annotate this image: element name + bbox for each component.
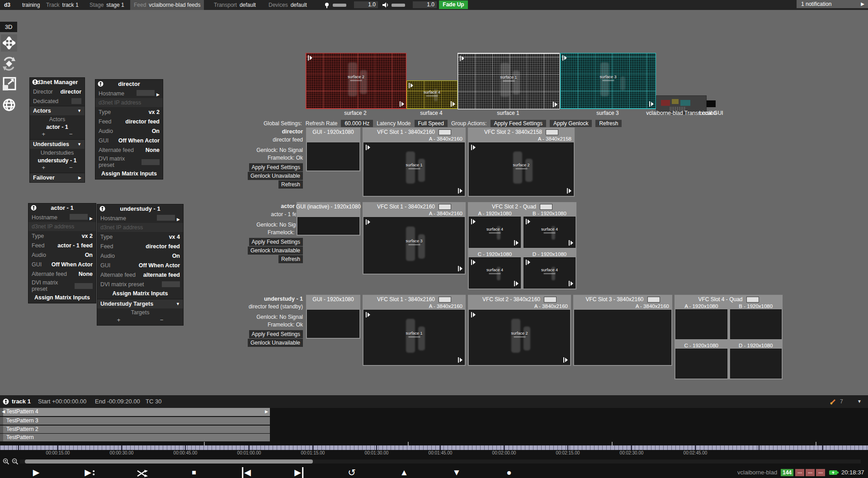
record-button[interactable]: ●: [506, 467, 511, 478]
output-vfc-slot-4-quad[interactable]: VFC Slot 4 - Quad A - 1920x1080 B - 1920…: [675, 295, 783, 379]
type-row[interactable]: Type vx 2: [95, 107, 163, 117]
machine-feed[interactable]: director feed (standby): [249, 303, 303, 310]
chevron-right-icon[interactable]: ▶: [78, 175, 81, 180]
chevron-right-icon[interactable]: ▶: [156, 92, 160, 97]
volume-slider[interactable]: [392, 4, 405, 7]
section-marker[interactable]: [204, 442, 205, 445]
dvi-matrix-row[interactable]: DVI matrix preset: [95, 155, 163, 169]
chevron-right-icon[interactable]: ▶: [177, 217, 180, 222]
audio-value[interactable]: On: [85, 252, 93, 258]
quad-output-c[interactable]: C - 1920x1080 surface 4: [469, 251, 521, 289]
feed-rect-surface-1[interactable]: surface 1: [458, 53, 560, 109]
devices-value[interactable]: default: [291, 2, 307, 8]
timeline-ruler[interactable]: [0, 445, 868, 450]
alternate-feed-row[interactable]: Alternate feed None: [28, 269, 96, 279]
output-vfc-slot-2-quad[interactable]: VFC Slot 2 - Quad A - 1920x1080 surface …: [468, 202, 576, 289]
rotate-tool-button[interactable]: [1, 55, 17, 72]
transport-menu[interactable]: Transportdefault: [214, 0, 256, 10]
understudy-panel-title[interactable]: understudy - 1: [97, 204, 183, 213]
output-header[interactable]: GUI - 1920x1080: [307, 296, 359, 303]
dvi-matrix-row[interactable]: DVI matrix preset: [28, 279, 96, 293]
output-vfc-slot-1[interactable]: VFC Slot 1 - 3840x2160 A - 3840x2160 sur…: [363, 295, 466, 366]
pin-icon[interactable]: [31, 205, 37, 211]
gui-value[interactable]: Off When Actor: [52, 261, 93, 268]
track-value[interactable]: track 1: [62, 2, 79, 8]
color-tool-icon[interactable]: [830, 399, 836, 405]
notification-button[interactable]: 1 notification ▶: [797, 0, 868, 8]
output-vfc-slot-3[interactable]: VFC Slot 3 - 3840x2160 A - 3840x2160: [573, 295, 672, 366]
chevron-right-icon[interactable]: ▶: [90, 216, 93, 221]
feed-rect-surface-4[interactable]: surface 4: [406, 80, 458, 109]
assign-matrix-inputs-button[interactable]: Assign Matrix Inputs: [95, 169, 163, 179]
apply-genlock-button[interactable]: Apply Genlock: [550, 120, 592, 127]
dvi-matrix-input[interactable]: [75, 283, 93, 289]
output-header[interactable]: GUI - 1920x1080: [307, 128, 359, 136]
type-row[interactable]: Type vx 2: [28, 231, 96, 241]
audio-value[interactable]: On: [152, 128, 160, 134]
hostname-input[interactable]: [157, 215, 175, 221]
output-vfc-slot-1[interactable]: VFC Slot 1 - 3840x2160 A - 3840x2160 sur…: [363, 202, 466, 274]
refresh-button[interactable]: Refresh: [278, 255, 303, 263]
output-vfc-slot-2[interactable]: VFC Slot 2 - 3840x2160 A - 3840x2160 sur…: [468, 295, 571, 366]
return-to-start-button[interactable]: ↺: [348, 467, 356, 478]
feed-rect-surface-2[interactable]: surface 2: [306, 53, 406, 109]
local-gui-rect[interactable]: [707, 100, 716, 107]
play-button[interactable]: ▶: [33, 467, 40, 478]
pin-icon[interactable]: [32, 79, 38, 85]
chevron-down-icon[interactable]: ▼: [176, 302, 180, 306]
globe-tool-button[interactable]: [1, 97, 17, 113]
quad-output-c[interactable]: C - 1920x1080: [675, 342, 727, 379]
move-tool-button[interactable]: [1, 34, 17, 52]
audio-row[interactable]: Audio On: [28, 250, 96, 260]
pin-icon[interactable]: [98, 81, 104, 87]
d3net-manager-title[interactable]: d3net Manager: [30, 78, 85, 87]
output-checkbox[interactable]: [439, 204, 451, 210]
feed-row[interactable]: Feed director feed: [95, 117, 163, 126]
output-checkbox[interactable]: [647, 297, 660, 303]
track-title[interactable]: track 1: [12, 395, 31, 408]
hostname-row[interactable]: Hostname ▶: [95, 89, 163, 98]
scale-tool-button[interactable]: [1, 76, 17, 92]
track-collapse-icon[interactable]: ▼: [857, 395, 862, 408]
transport-value[interactable]: default: [240, 2, 256, 8]
layer-testpattern[interactable]: TestPattern: [0, 434, 270, 441]
remove-target-button[interactable]: −: [160, 317, 164, 323]
type-value[interactable]: vx 2: [149, 109, 160, 115]
apply-feed-settings-button[interactable]: Apply Feed Settings: [491, 120, 546, 127]
track-tc[interactable]: TC 30: [146, 395, 161, 408]
output-vfc-slot-2[interactable]: VFC Slot 2 - 3840x2158 A - 3840x2158 sur…: [468, 128, 575, 197]
quad-output-a[interactable]: A - 1920x1080: [675, 303, 727, 339]
dvi-matrix-input[interactable]: [142, 159, 160, 165]
actor-list-item[interactable]: actor - 1: [30, 123, 85, 131]
layer-right-arrow-icon[interactable]: ▶: [265, 408, 268, 416]
actors-section-header[interactable]: Actors ▼: [30, 106, 85, 115]
alternate-feed-row[interactable]: Alternate feed None: [95, 145, 163, 155]
output-checkbox[interactable]: [746, 297, 759, 303]
feed-row[interactable]: Feed actor - 1 feed: [28, 241, 96, 250]
fade-up-button[interactable]: Fade Up: [439, 0, 468, 9]
director-panel-title[interactable]: director: [95, 80, 163, 89]
layer-testpattern-3[interactable]: TestPattern 3: [0, 417, 270, 425]
alternate-feed-value[interactable]: None: [79, 271, 93, 277]
feed-value[interactable]: director feed: [146, 243, 180, 250]
machine-name[interactable]: understudy - 1: [264, 296, 303, 302]
output-checkbox[interactable]: [544, 297, 557, 303]
dvi-matrix-input[interactable]: [162, 281, 180, 287]
quad-output-b[interactable]: B - 1920x1080 surface 4: [524, 210, 576, 248]
gui-row[interactable]: GUI Off When Actor: [95, 136, 163, 145]
volume-value[interactable]: 1.0: [413, 1, 437, 8]
type-value[interactable]: vx 2: [82, 233, 93, 239]
brightness-value[interactable]: 1.0: [354, 1, 378, 8]
remove-actor-button[interactable]: −: [69, 131, 73, 137]
timeline-scrollbar-thumb[interactable]: [25, 459, 313, 464]
quad-output-a[interactable]: A - 1920x1080 surface 4: [469, 210, 521, 248]
next-section-button[interactable]: ▶: [294, 467, 303, 478]
output-checkbox[interactable]: [546, 129, 558, 135]
gui-value[interactable]: Off When Actor: [139, 262, 180, 269]
loop-sections-button[interactable]: [137, 469, 148, 478]
alternate-feed-value[interactable]: None: [146, 147, 160, 153]
devices-menu[interactable]: Devicesdefault: [269, 0, 307, 10]
gui-row[interactable]: GUI Off When Actor: [28, 260, 96, 269]
project-menu[interactable]: training: [22, 0, 40, 10]
hostname-input[interactable]: [70, 214, 88, 220]
